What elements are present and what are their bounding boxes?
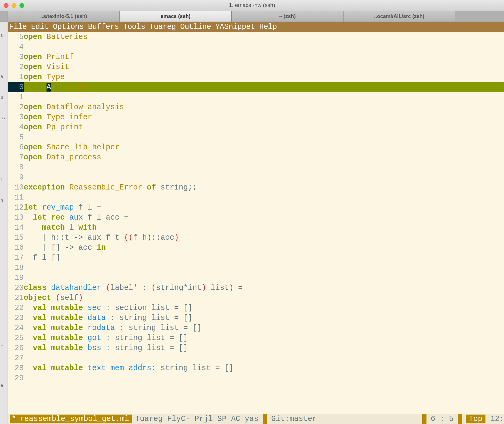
menu-item-file[interactable]: File: [9, 23, 27, 31]
line-content: open Pp_print: [24, 122, 504, 132]
code-line[interactable]: 14 match l with: [8, 223, 504, 233]
code-line[interactable]: 16 | [] -> acc in: [8, 243, 504, 253]
line-number: 20: [8, 283, 24, 293]
git-branch: Git:master: [268, 415, 320, 423]
code-line[interactable]: 2open Visit: [8, 62, 504, 72]
code-line[interactable]: 22 val mutable sec : section list = []: [8, 303, 504, 313]
code-line[interactable]: 27: [8, 353, 504, 363]
line-content: [24, 42, 504, 52]
tab-gutter: [0, 11, 8, 22]
code-line[interactable]: 28 val mutable text_mem_addrs: string li…: [8, 363, 504, 373]
modeline-separator: [422, 414, 426, 424]
line-content: val mutable rodata : string list = []: [24, 323, 504, 333]
code-line[interactable]: 13 let rec aux f l acc =: [8, 213, 504, 223]
background-window-strip: saacsth..e: [0, 22, 8, 424]
minimize-button[interactable]: [12, 3, 16, 8]
code-line[interactable]: 26 val mutable bss : string list = []: [8, 343, 504, 353]
bg-fragment: [0, 301, 8, 321]
code-line[interactable]: 11: [8, 193, 504, 203]
code-line[interactable]: 4open Pp_print: [8, 122, 504, 132]
code-line[interactable]: 1open Type: [8, 72, 504, 82]
code-line[interactable]: 17 f l []: [8, 253, 504, 263]
line-number: 2: [8, 62, 24, 72]
code-line[interactable]: 23 val mutable data : string list = []: [8, 313, 504, 323]
line-number: 2: [8, 102, 24, 112]
emacs-menubar: FileEditOptionsBuffersToolsTuaregOutline…: [8, 22, 504, 32]
terminal-tab-1[interactable]: emacs (ssh): [120, 11, 232, 22]
code-line[interactable]: 29: [8, 373, 504, 383]
line-number: 9: [8, 172, 24, 182]
line-content: val mutable sec : section list = []: [24, 303, 504, 313]
window-titlebar: 1. emacs -nw (ssh): [0, 0, 504, 11]
terminal-tab-3[interactable]: ..ocaml/AIL/src (zsh): [343, 11, 455, 22]
code-buffer[interactable]: 5open Batteries43open Printf2open Visit1…: [8, 32, 504, 414]
emacs-modeline: * reassemble_symbol_get.ml Tuareg FlyC- …: [8, 414, 504, 424]
menu-item-options[interactable]: Options: [53, 23, 84, 31]
code-line[interactable]: 2open Dataflow_analysis: [8, 102, 504, 112]
code-line[interactable]: 3open Type_infer: [8, 112, 504, 122]
line-content: val mutable data : string list = []: [24, 313, 504, 323]
line-content: open Dataflow_analysis: [24, 102, 504, 112]
line-number: 15: [8, 233, 24, 243]
bg-fragment: [0, 136, 8, 156]
code-line[interactable]: 25 val mutable got : string list = []: [8, 333, 504, 343]
bg-fragment: [0, 259, 8, 280]
terminal-tab-0[interactable]: ..s/texinfo-5.1 (ssh): [8, 11, 120, 22]
line-number: 21: [8, 293, 24, 303]
code-line[interactable]: 0open Ail_utils: [8, 82, 504, 92]
line-content: val mutable got : string list = []: [24, 333, 504, 343]
line-number: 18: [8, 263, 24, 273]
tab-overflow: [455, 11, 504, 22]
line-number: 13: [8, 213, 24, 223]
terminal-tab-2[interactable]: ~ (zsh): [232, 11, 343, 22]
bg-fragment: ..: [0, 342, 8, 362]
line-number: 19: [8, 273, 24, 283]
code-line[interactable]: 6open Share_lib_helper: [8, 142, 504, 152]
bg-fragment: s: [0, 33, 8, 54]
code-line[interactable]: 4: [8, 42, 504, 52]
code-line[interactable]: 1: [8, 92, 504, 102]
code-line[interactable]: 20class datahandler (label' : (string*in…: [8, 283, 504, 293]
code-line[interactable]: 18: [8, 263, 504, 273]
line-content: val mutable text_mem_addrs: string list …: [24, 363, 504, 373]
code-line[interactable]: 21object (self): [8, 293, 504, 303]
line-number: 1: [8, 92, 24, 102]
code-line[interactable]: 10exception Reassemble_Error of string;;: [8, 182, 504, 193]
line-content: let rec aux f l acc =: [24, 213, 504, 223]
code-line[interactable]: 12let rev_map f l =: [8, 203, 504, 213]
close-button[interactable]: [4, 3, 9, 8]
code-line[interactable]: 24 val mutable rodata : string list = []: [8, 323, 504, 333]
code-line[interactable]: 19: [8, 273, 504, 283]
line-number: 14: [8, 223, 24, 233]
zoom-button[interactable]: [19, 3, 24, 8]
line-content: [24, 92, 504, 102]
line-content: | [] -> acc in: [24, 243, 504, 253]
line-content: [24, 273, 504, 283]
code-line[interactable]: 7open Data_process: [8, 152, 504, 162]
code-line[interactable]: 8: [8, 162, 504, 172]
menu-item-outline[interactable]: Outline: [180, 23, 211, 31]
menu-item-tuareg[interactable]: Tuareg: [150, 23, 176, 31]
modeline-separator: [263, 414, 267, 424]
bg-fragment: a: [0, 74, 8, 95]
code-line[interactable]: 9: [8, 172, 504, 182]
line-number: 4: [8, 42, 24, 52]
bg-fragment: [0, 156, 8, 177]
code-line[interactable]: 3open Printf: [8, 52, 504, 62]
code-line[interactable]: 5: [8, 132, 504, 142]
line-content: object (self): [24, 293, 504, 303]
bg-fragment: a: [0, 95, 8, 115]
menu-item-yasnippet[interactable]: YASnippet: [215, 23, 255, 31]
code-line[interactable]: 5open Batteries: [8, 32, 504, 42]
line-content: [24, 162, 504, 172]
line-content: class datahandler (label' : (string*int)…: [24, 283, 504, 293]
menu-item-tools[interactable]: Tools: [123, 23, 145, 31]
menu-item-help[interactable]: Help: [259, 23, 277, 31]
menu-item-edit[interactable]: Edit: [31, 23, 49, 31]
bg-fragment: [0, 321, 8, 342]
window-title: 1. emacs -nw (ssh): [0, 2, 504, 9]
line-number: 23: [8, 313, 24, 323]
menu-item-buffers[interactable]: Buffers: [88, 23, 119, 31]
cursor-position: 6 : 5: [428, 415, 457, 423]
code-line[interactable]: 15 | h::t -> aux f t ((f h)::acc): [8, 233, 504, 243]
